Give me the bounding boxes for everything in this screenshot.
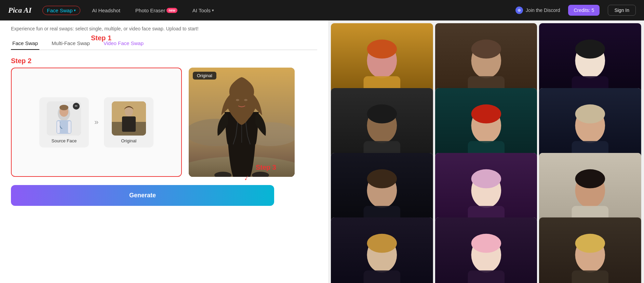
discord-icon: ⊕ [515, 6, 523, 14]
edit-badge-icon[interactable]: ✏ [73, 103, 80, 110]
tab-multi-face-swap[interactable]: Multi-Face Swap [50, 37, 91, 49]
gallery-item[interactable] [435, 217, 537, 283]
credits-button[interactable]: Credits: 5 [568, 5, 600, 16]
gallery-item[interactable] [331, 217, 433, 283]
svg-point-19 [236, 99, 239, 101]
original-badge: Original [193, 72, 216, 80]
svg-rect-62 [364, 271, 401, 283]
step3-label: Step 3 [256, 164, 276, 171]
upload-section: ✏ Source Face » [11, 68, 317, 177]
upload-inner: ✏ Source Face » [39, 97, 153, 147]
nav-ai-tools[interactable]: AI Tools ▾ [189, 5, 217, 15]
svg-point-6 [59, 105, 68, 110]
source-face-image: ✏ [47, 101, 81, 136]
svg-point-10 [125, 107, 133, 116]
tab-face-swap[interactable]: Face Swap [11, 37, 39, 49]
source-face-label: Source Face [52, 138, 77, 143]
svg-rect-70 [572, 271, 609, 283]
svg-point-37 [367, 104, 397, 124]
original-face-label: Original [121, 138, 136, 143]
subtitle-text: Experience fun or real swaps: select sin… [11, 26, 317, 31]
svg-point-25 [367, 40, 397, 59]
svg-point-49 [367, 169, 397, 188]
signin-button[interactable]: Sign In [608, 5, 636, 16]
nav-face-swap[interactable]: Face Swap ▾ [42, 6, 80, 15]
svg-point-53 [471, 169, 501, 188]
svg-rect-3 [57, 121, 60, 133]
svg-point-41 [471, 104, 501, 124]
source-face-card[interactable]: ✏ Source Face [39, 97, 89, 147]
generate-button[interactable]: Generate [11, 185, 274, 206]
discord-button[interactable]: ⊕ Join the Discord [515, 6, 560, 14]
original-face-image [112, 101, 146, 136]
svg-rect-11 [122, 116, 136, 132]
biker-small-silhouette-icon [112, 101, 146, 136]
step1-label: Step 1 [91, 34, 111, 42]
gallery-panel [328, 20, 644, 283]
svg-point-61 [367, 234, 397, 253]
face-swap-chevron-icon: ▾ [74, 8, 76, 13]
main-photo-silhouette-icon [189, 68, 295, 177]
svg-rect-4 [68, 121, 71, 133]
svg-point-45 [575, 104, 605, 124]
gallery-item[interactable] [539, 217, 641, 283]
svg-point-65 [471, 234, 501, 253]
original-face-card[interactable]: Original [104, 97, 153, 147]
arrow-icon: » [94, 118, 98, 127]
svg-point-33 [575, 40, 605, 59]
svg-point-29 [471, 40, 501, 59]
new-badge: new [166, 8, 177, 13]
original-large-photo: Original [189, 68, 295, 177]
left-panel: Experience fun or real swaps: select sin… [0, 20, 328, 283]
nav-ai-headshot[interactable]: AI Headshot [89, 5, 124, 15]
ai-tools-chevron-icon: ▾ [212, 8, 214, 13]
logo: Pica AI [8, 6, 31, 15]
navbar: Pica AI Face Swap ▾ AI Headshot Photo Er… [0, 0, 644, 20]
nav-photo-eraser[interactable]: Photo Eraser new [132, 5, 181, 15]
svg-point-69 [575, 234, 605, 253]
svg-rect-66 [468, 271, 505, 283]
upload-box[interactable]: ✏ Source Face » [11, 68, 182, 177]
main-layout: Experience fun or real swaps: select sin… [0, 20, 644, 283]
tabs: Face Swap Multi-Face Swap Video Face Swa… [11, 37, 317, 50]
step2-label: Step 2 [11, 57, 317, 65]
svg-point-20 [244, 99, 247, 101]
svg-point-57 [575, 169, 605, 188]
